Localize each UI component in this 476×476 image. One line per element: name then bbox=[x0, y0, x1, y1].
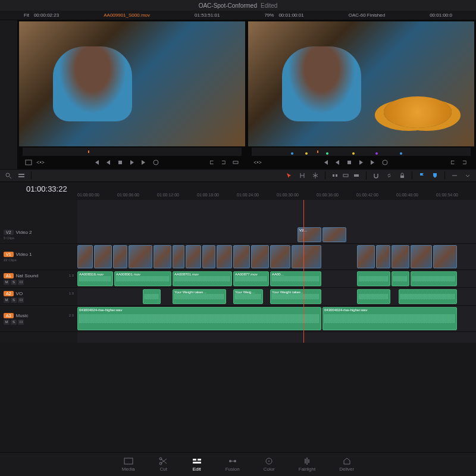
solo-button[interactable]: S bbox=[11, 320, 17, 325]
timeline-ruler[interactable]: 01:00:00:00 01:00:06:00 01:00:12:00 01:0… bbox=[77, 193, 476, 200]
link-icon[interactable] bbox=[386, 172, 393, 179]
video-clip[interactable] bbox=[233, 245, 250, 268]
track-header-a1[interactable]: A1Nat Sound1.0 MS⊡ bbox=[0, 270, 77, 288]
program-zoom[interactable]: 79% bbox=[264, 12, 274, 18]
audio-clip[interactable]: Your Weight takes… bbox=[270, 289, 321, 304]
loop-icon[interactable] bbox=[152, 159, 159, 166]
play-icon[interactable] bbox=[129, 159, 136, 166]
play-reverse-icon[interactable] bbox=[105, 159, 112, 166]
in-out-icon[interactable]: <•> bbox=[37, 159, 44, 166]
track-badge[interactable]: A1 bbox=[4, 273, 14, 278]
solo-button[interactable]: S bbox=[11, 298, 17, 303]
video-clip[interactable] bbox=[186, 245, 201, 268]
video-clip[interactable] bbox=[411, 245, 432, 268]
marker-icon[interactable] bbox=[431, 172, 439, 179]
track-header-v2[interactable]: V2Video 2 5 Clips bbox=[0, 226, 77, 244]
source-scrub[interactable] bbox=[23, 148, 242, 156]
audio-clip[interactable]: AA008301.mov bbox=[114, 271, 171, 286]
nav-deliver[interactable]: Deliver bbox=[339, 457, 354, 472]
video-clip[interactable]: V2… bbox=[298, 227, 321, 242]
first-frame-icon[interactable] bbox=[322, 159, 329, 166]
audio-clip[interactable] bbox=[411, 271, 457, 286]
video-clip[interactable] bbox=[392, 245, 409, 268]
video-clip[interactable] bbox=[217, 245, 232, 268]
track-badge[interactable]: V2 bbox=[4, 230, 14, 235]
video-clip[interactable] bbox=[202, 245, 215, 268]
video-clip[interactable] bbox=[154, 245, 171, 268]
source-fit[interactable]: Fit bbox=[24, 12, 29, 18]
replace-clip-icon[interactable] bbox=[353, 172, 360, 179]
video-clip[interactable] bbox=[94, 245, 112, 268]
audio-clip[interactable]: 043004024-rise-higher.wav bbox=[77, 307, 321, 330]
audio-clip[interactable]: AA00… bbox=[270, 271, 321, 286]
mute-button[interactable]: M bbox=[4, 298, 10, 303]
mark-out-icon[interactable]: ⊐ bbox=[461, 159, 468, 166]
arrow-tool-icon[interactable] bbox=[286, 172, 293, 179]
lane-a1[interactable]: AA008316.mov AA008301.mov AA008701.mov A… bbox=[77, 270, 476, 288]
mark-out-icon[interactable]: ⊐ bbox=[220, 159, 227, 166]
video-clip[interactable] bbox=[173, 245, 184, 268]
flag-icon[interactable] bbox=[418, 172, 425, 179]
first-frame-icon[interactable] bbox=[93, 159, 100, 166]
program-frame[interactable] bbox=[248, 21, 474, 146]
track-badge[interactable]: V1 bbox=[4, 252, 14, 257]
track-badge[interactable]: A2 bbox=[4, 291, 14, 296]
track-header-a3[interactable]: A3Music2.0 MS⊡ bbox=[0, 306, 77, 332]
source-clip-name[interactable]: AA009901_S000.mov bbox=[104, 12, 150, 18]
track-header-v1[interactable]: V1Video 1 22 Clips bbox=[0, 244, 77, 270]
nav-fairlight[interactable]: Fairlight bbox=[299, 457, 315, 472]
timeline-view-icon[interactable] bbox=[18, 172, 25, 179]
video-clip[interactable] bbox=[433, 245, 457, 268]
timeline-tracks[interactable]: V2… AA008316.mov AA008301.mov bbox=[77, 200, 476, 343]
audio-clip[interactable]: AA008701.mov bbox=[173, 271, 232, 286]
lane-a3[interactable]: 043004024-rise-higher.wav 043004024-rise… bbox=[77, 306, 476, 332]
solo-button[interactable]: S bbox=[11, 280, 17, 285]
video-clip[interactable] bbox=[270, 245, 290, 268]
playhead-timecode[interactable]: 01:00:33:22 bbox=[26, 184, 67, 193]
loop-icon[interactable] bbox=[381, 159, 389, 166]
lock-icon[interactable] bbox=[399, 172, 406, 179]
last-frame-icon[interactable] bbox=[140, 159, 148, 166]
stop-icon[interactable] bbox=[346, 159, 353, 166]
play-reverse-icon[interactable] bbox=[334, 159, 341, 166]
lane-v1[interactable] bbox=[77, 244, 476, 270]
arm-button[interactable]: ⊡ bbox=[18, 280, 24, 285]
play-icon[interactable] bbox=[358, 159, 365, 166]
video-clip[interactable] bbox=[129, 245, 152, 268]
insert-icon[interactable] bbox=[232, 159, 239, 166]
audio-clip[interactable] bbox=[392, 271, 409, 286]
overwrite-clip-icon[interactable] bbox=[342, 172, 349, 179]
chevron-down-icon[interactable] bbox=[464, 172, 471, 179]
nav-edit[interactable]: Edit bbox=[192, 457, 202, 472]
arm-button[interactable]: ⊡ bbox=[18, 320, 24, 325]
mark-in-icon[interactable]: ⊏ bbox=[208, 159, 215, 166]
trim-tool-icon[interactable] bbox=[299, 172, 306, 179]
stop-icon[interactable] bbox=[117, 159, 124, 166]
program-scrub[interactable] bbox=[252, 148, 471, 156]
audio-clip[interactable]: Your Weight takes… bbox=[173, 289, 226, 304]
mute-button[interactable]: M bbox=[4, 320, 10, 325]
media-pool-strip[interactable] bbox=[0, 20, 18, 169]
program-seq-name[interactable]: OAC-60 Finished bbox=[349, 12, 385, 18]
video-clip[interactable] bbox=[113, 245, 127, 268]
nav-fusion[interactable]: Fusion bbox=[226, 457, 240, 472]
audio-clip[interactable]: AA008316.mov bbox=[77, 271, 113, 286]
lane-v2[interactable]: V2… bbox=[77, 226, 476, 244]
video-clip[interactable] bbox=[251, 245, 269, 268]
audio-clip[interactable]: AA00877.mov bbox=[233, 271, 269, 286]
snap-icon[interactable] bbox=[372, 172, 380, 179]
match-frame-icon[interactable] bbox=[25, 159, 32, 166]
video-clip[interactable] bbox=[376, 245, 390, 268]
search-icon[interactable] bbox=[5, 172, 12, 179]
video-clip[interactable] bbox=[292, 245, 321, 268]
track-badge[interactable]: A3 bbox=[4, 313, 14, 318]
nav-color[interactable]: Color bbox=[264, 457, 275, 472]
audio-clip[interactable]: 043004024-rise-higher.wav bbox=[322, 307, 457, 330]
audio-clip[interactable]: Your Weig… bbox=[233, 289, 263, 304]
insert-clip-icon[interactable] bbox=[331, 172, 339, 179]
source-frame[interactable] bbox=[19, 21, 245, 146]
arm-button[interactable]: ⊡ bbox=[18, 298, 24, 303]
mark-in-icon[interactable]: ⊏ bbox=[449, 159, 456, 166]
nav-cut[interactable]: Cut bbox=[159, 457, 168, 472]
audio-clip[interactable] bbox=[399, 289, 457, 304]
